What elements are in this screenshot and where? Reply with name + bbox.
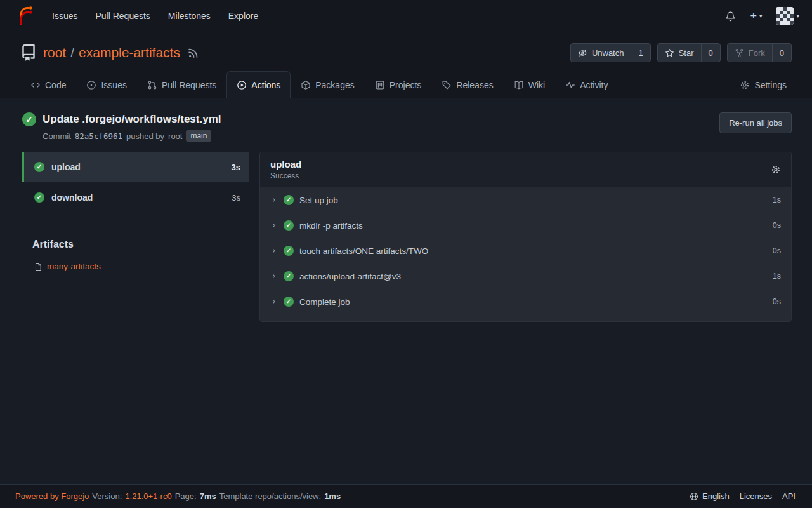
- artifact-item: many-artifacts: [34, 262, 249, 271]
- tab-label: Releases: [456, 80, 493, 90]
- success-check-icon: ✓: [284, 297, 294, 307]
- step-duration: 0s: [773, 246, 781, 255]
- navbar-item-pull-requests[interactable]: Pull Requests: [95, 11, 150, 21]
- tab-pull-requests[interactable]: Pull Requests: [137, 71, 226, 98]
- licenses-link[interactable]: Licenses: [740, 491, 772, 501]
- star-button[interactable]: Star: [658, 44, 701, 62]
- tab-actions[interactable]: Actions: [226, 71, 291, 98]
- api-link[interactable]: API: [782, 491, 796, 501]
- project-board-icon: [375, 80, 385, 90]
- tab-settings[interactable]: Settings: [730, 71, 797, 98]
- footer: Powered by Forgejo Version: 1.21.0+1-rc0…: [0, 484, 812, 508]
- template-time-value: 1ms: [324, 491, 341, 501]
- actions-run-view: ✓ Update .forgejo/workflows/test.yml Com…: [0, 98, 812, 484]
- book-icon: [514, 80, 524, 90]
- navbar-item-issues[interactable]: Issues: [52, 11, 77, 21]
- powered-by-link[interactable]: Powered by Forgejo: [15, 491, 89, 501]
- create-new-menu[interactable]: + ▾: [750, 10, 762, 22]
- step-row-touch[interactable]: ✓ touch artifacts/ONE artifacts/TWO 0s: [260, 238, 791, 264]
- top-navbar: Issues Pull Requests Milestones Explore …: [0, 0, 812, 32]
- step-name: mkdir -p artifacts: [299, 221, 363, 231]
- step-name: touch artifacts/ONE artifacts/TWO: [299, 246, 428, 256]
- tab-packages[interactable]: Packages: [291, 71, 364, 98]
- package-icon: [301, 80, 311, 90]
- tab-code[interactable]: Code: [20, 71, 76, 98]
- fork-label: Fork: [749, 48, 765, 58]
- step-row-complete-job[interactable]: ✓ Complete job 0s: [260, 289, 791, 314]
- job-options-gear-icon[interactable]: [771, 164, 781, 175]
- rss-icon[interactable]: [188, 48, 199, 58]
- job-row-upload[interactable]: ✓ upload 3s: [22, 152, 249, 182]
- footer-right: English Licenses API: [690, 491, 796, 501]
- success-check-icon: ✓: [284, 246, 294, 256]
- unwatch-button[interactable]: Unwatch: [571, 44, 631, 62]
- job-detail-titles: upload Success: [270, 159, 301, 180]
- step-name: actions/upload-artifact@v3: [299, 272, 401, 281]
- forgejo-logo-icon[interactable]: [15, 6, 34, 25]
- gear-icon: [740, 80, 750, 90]
- tab-label: Pull Requests: [162, 80, 216, 90]
- repo-header: root / example-artifacts: [0, 32, 812, 98]
- run-title-block: ✓ Update .forgejo/workflows/test.yml Com…: [22, 112, 221, 142]
- tabs-spacer: [618, 71, 730, 98]
- play-circle-icon: [237, 80, 247, 90]
- globe-icon: [690, 492, 698, 501]
- chevron-right-icon: [270, 196, 278, 204]
- watch-button-group: Unwatch 1: [570, 43, 651, 62]
- chevron-down-icon: ▾: [796, 13, 799, 19]
- step-row-set-up-job[interactable]: ✓ Set up job 1s: [260, 187, 791, 213]
- tab-releases[interactable]: Releases: [431, 71, 503, 98]
- watch-count[interactable]: 1: [631, 44, 650, 62]
- file-icon: [34, 262, 43, 271]
- user-menu[interactable]: ▾: [776, 7, 799, 25]
- fork-icon: [735, 48, 744, 58]
- job-row-download[interactable]: ✓ download 3s: [22, 182, 249, 213]
- tab-projects[interactable]: Projects: [365, 71, 432, 98]
- star-count[interactable]: 0: [701, 44, 720, 62]
- navbar-links: Issues Pull Requests Milestones Explore: [52, 11, 258, 21]
- tab-label: Projects: [390, 80, 422, 90]
- run-title: Update .forgejo/workflows/test.yml: [43, 113, 221, 126]
- success-check-icon: ✓: [34, 162, 44, 172]
- step-duration: 0s: [773, 221, 781, 230]
- repo-owner-link[interactable]: root: [43, 45, 66, 60]
- artifact-download-link[interactable]: many-artifacts: [47, 262, 101, 271]
- pull-request-icon: [147, 80, 157, 90]
- pulse-icon: [565, 80, 575, 90]
- fork-button[interactable]: Fork: [728, 44, 772, 62]
- tab-label: Wiki: [528, 80, 545, 90]
- version-link[interactable]: 1.21.0+1-rc0: [125, 491, 171, 501]
- navbar-item-explore[interactable]: Explore: [228, 11, 258, 21]
- job-duration: 3s: [232, 193, 240, 203]
- rerun-all-jobs-button[interactable]: Re-run all jobs: [719, 112, 792, 133]
- footer-left: Powered by Forgejo Version: 1.21.0+1-rc0…: [15, 491, 341, 501]
- success-check-icon: ✓: [284, 220, 294, 231]
- issue-circle-icon: [86, 80, 96, 90]
- language-label: English: [702, 491, 730, 501]
- step-name: Complete job: [299, 297, 350, 307]
- repo-title-row: root / example-artifacts: [0, 32, 812, 71]
- job-duration: 3s: [232, 163, 240, 172]
- job-detail-name: upload: [270, 159, 301, 170]
- tab-wiki[interactable]: Wiki: [504, 71, 555, 98]
- tab-label: Settings: [754, 80, 787, 90]
- eye-off-icon: [578, 48, 587, 58]
- template-time-label: Template repo/actions/view:: [219, 491, 321, 501]
- avatar: [776, 7, 794, 25]
- step-row-upload-artifact[interactable]: ✓ actions/upload-artifact@v3 1s: [260, 264, 791, 289]
- tab-label: Actions: [251, 80, 280, 90]
- job-detail-status: Success: [270, 171, 301, 180]
- branch-badge[interactable]: main: [186, 130, 211, 142]
- notifications-bell-icon[interactable]: [725, 11, 736, 22]
- chevron-right-icon: [270, 298, 278, 305]
- navbar-item-milestones[interactable]: Milestones: [168, 11, 211, 21]
- step-row-mkdir[interactable]: ✓ mkdir -p artifacts 0s: [260, 213, 791, 238]
- star-button-group: Star 0: [657, 43, 721, 62]
- tab-activity[interactable]: Activity: [555, 71, 618, 98]
- commit-sha-link[interactable]: 82a5cf6961: [75, 131, 122, 141]
- repo-name-link[interactable]: example-artifacts: [79, 45, 180, 60]
- tab-label: Issues: [101, 80, 126, 90]
- fork-count[interactable]: 0: [772, 44, 791, 62]
- language-picker[interactable]: English: [690, 491, 730, 501]
- tab-issues[interactable]: Issues: [76, 71, 136, 98]
